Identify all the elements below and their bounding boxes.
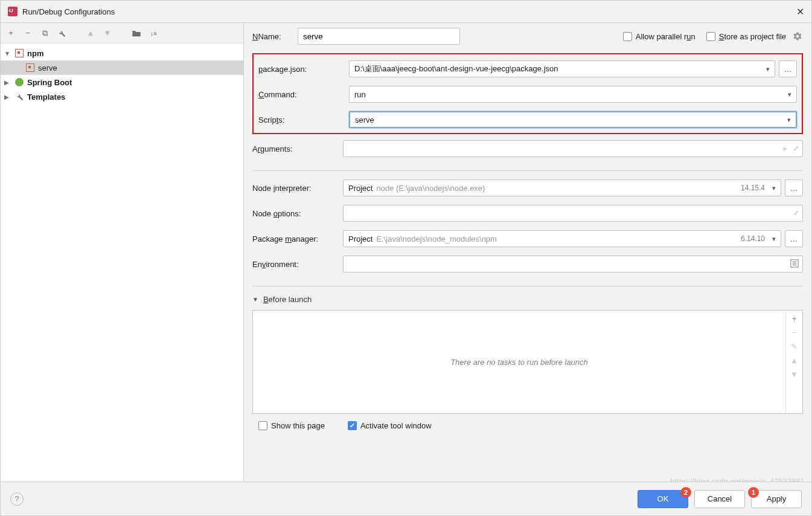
sidebar: + − ⧉ ▲ ▼ ↓a ▼ npm xyxy=(1,23,244,482)
node-options-input[interactable]: ⤢ xyxy=(343,205,803,222)
package-manager-combo[interactable]: Project E:\java\nodejs\node_modules\npm … xyxy=(343,230,781,247)
button-label: Apply xyxy=(767,494,787,503)
close-icon[interactable]: ✕ xyxy=(796,6,804,18)
node-interpreter-label: Node interpreter: xyxy=(252,184,343,193)
field-prefix: Project xyxy=(348,184,372,193)
tree-node-templates[interactable]: ▶ Templates xyxy=(1,89,243,104)
divider xyxy=(252,286,803,286)
chevron-down-icon[interactable]: ▼ xyxy=(4,50,14,57)
move-up-button[interactable]: ▲ xyxy=(85,28,96,39)
remove-task-button[interactable]: − xyxy=(792,328,797,337)
show-this-page-checkbox[interactable]: Show this page xyxy=(258,421,325,430)
config-tree: ▼ npm serve ▶ Spring Boot ▶ xyxy=(1,44,243,482)
chevron-down-icon: ▼ xyxy=(252,296,258,303)
wrench-icon[interactable] xyxy=(56,28,67,39)
expand-icon[interactable]: ⤢ xyxy=(793,209,799,217)
browse-button[interactable]: … xyxy=(785,230,803,247)
field-prefix: Project xyxy=(348,234,372,243)
command-combo[interactable]: run xyxy=(349,86,797,103)
name-row: NName: Allow parallel run Store as proje… xyxy=(252,28,803,45)
before-launch-header[interactable]: ▼ Before launch xyxy=(252,295,803,304)
help-button[interactable]: ? xyxy=(10,492,24,506)
environment-input[interactable] xyxy=(343,256,803,273)
wrench-icon xyxy=(14,92,25,102)
checkbox-label: Allow parallel run xyxy=(636,32,695,41)
cancel-button[interactable]: Cancel xyxy=(694,490,745,508)
before-launch-toolbar: + − ✎ ▲ ▼ xyxy=(785,311,802,413)
node-options-row: Node options: ⤢ xyxy=(252,205,803,222)
activate-tool-window-checkbox[interactable]: Activate tool window xyxy=(348,421,432,430)
environment-row: Environment: xyxy=(252,256,803,273)
scripts-combo[interactable]: serve xyxy=(349,111,797,128)
npm-icon xyxy=(25,63,36,73)
apply-button[interactable]: Apply 1 xyxy=(751,490,802,508)
node-interpreter-combo[interactable]: Project node (E:\java\nodejs\node.exe) 1… xyxy=(343,179,781,196)
browse-button[interactable]: … xyxy=(785,179,803,196)
npm-icon xyxy=(14,48,25,58)
tree-label: Templates xyxy=(27,92,65,102)
package-json-label: package.json: xyxy=(258,65,349,74)
folder-icon[interactable] xyxy=(131,28,142,39)
tree-label: Spring Boot xyxy=(27,78,72,87)
divider xyxy=(252,170,803,171)
bottom-checkboxes: Show this page Activate tool window xyxy=(252,421,803,430)
arguments-row: Arguments: + ⤢ xyxy=(252,140,803,157)
checkbox-icon xyxy=(258,421,267,430)
sort-icon[interactable]: ↓a xyxy=(148,28,159,39)
package-manager-label: Package manager: xyxy=(252,234,343,243)
name-label: NName: xyxy=(252,32,298,41)
checkbox-label: Show this page xyxy=(271,421,325,430)
browse-button[interactable]: … xyxy=(779,60,797,77)
spring-icon xyxy=(14,77,25,87)
checkbox-icon xyxy=(623,32,632,41)
node-interpreter-row: Node interpreter: Project node (E:\java\… xyxy=(252,179,803,196)
move-down-button[interactable]: ▼ xyxy=(102,28,113,39)
remove-config-button[interactable]: − xyxy=(22,28,33,39)
copy-config-button[interactable]: ⧉ xyxy=(39,28,50,39)
titlebar: Run/Debug Configurations ✕ xyxy=(1,1,811,22)
tree-node-npm[interactable]: ▼ npm xyxy=(1,46,243,60)
arguments-input[interactable]: + ⤢ xyxy=(343,140,803,157)
field-value: D:\桌面\aaa\jeecg-boot\ant-design-vue-jeec… xyxy=(354,63,558,74)
tree-node-serve[interactable]: serve xyxy=(1,60,243,75)
tree-label: npm xyxy=(27,49,43,58)
before-launch-box: There are no tasks to run before launch … xyxy=(252,310,803,414)
chevron-right-icon[interactable]: ▶ xyxy=(4,94,14,100)
scripts-label: Scripts: xyxy=(258,115,349,124)
command-row: Command: run xyxy=(258,86,797,103)
plus-icon[interactable]: + xyxy=(782,144,787,153)
version-label: 14.15.4 xyxy=(741,184,765,192)
store-as-project-checkbox[interactable]: Store as project file xyxy=(706,32,786,41)
checkbox-label: Activate tool window xyxy=(360,421,432,430)
edit-task-button[interactable]: ✎ xyxy=(791,342,798,351)
badge: 1 xyxy=(748,487,759,498)
highlighted-section: package.json: D:\桌面\aaa\jeecg-boot\ant-d… xyxy=(252,53,803,134)
gear-icon[interactable] xyxy=(792,31,803,42)
ok-button[interactable]: OK 2 xyxy=(638,490,688,508)
app-icon xyxy=(8,7,18,16)
node-options-label: Node options: xyxy=(252,209,343,218)
checkbox-icon xyxy=(706,32,715,41)
watermark: https://blog.csdn.net/weixin_42533881 xyxy=(670,477,805,482)
tree-node-spring-boot[interactable]: ▶ Spring Boot xyxy=(1,75,243,89)
field-hint: E:\java\nodejs\node_modules\npm xyxy=(376,234,496,243)
tree-label: serve xyxy=(38,63,57,73)
move-up-button[interactable]: ▲ xyxy=(790,356,798,365)
add-config-button[interactable]: + xyxy=(5,28,16,39)
list-icon[interactable] xyxy=(790,259,799,269)
move-down-button[interactable]: ▼ xyxy=(790,370,798,379)
package-json-combo[interactable]: D:\桌面\aaa\jeecg-boot\ant-design-vue-jeec… xyxy=(349,60,775,77)
add-task-button[interactable]: + xyxy=(792,314,797,323)
version-label: 6.14.10 xyxy=(741,234,765,243)
window-title: Run/Debug Configurations xyxy=(22,7,796,16)
dialog-footer: ? OK 2 Cancel Apply 1 xyxy=(1,482,811,515)
allow-parallel-checkbox[interactable]: Allow parallel run xyxy=(623,32,695,41)
name-input[interactable] xyxy=(298,28,460,45)
chevron-right-icon[interactable]: ▶ xyxy=(4,79,14,86)
scripts-row: Scripts: serve xyxy=(258,111,797,128)
sidebar-toolbar: + − ⧉ ▲ ▼ ↓a xyxy=(1,23,243,44)
content: + − ⧉ ▲ ▼ ↓a ▼ npm xyxy=(1,22,811,482)
checkbox-icon xyxy=(348,421,357,430)
arguments-label: Arguments: xyxy=(252,144,343,153)
expand-icon[interactable]: ⤢ xyxy=(793,144,799,152)
